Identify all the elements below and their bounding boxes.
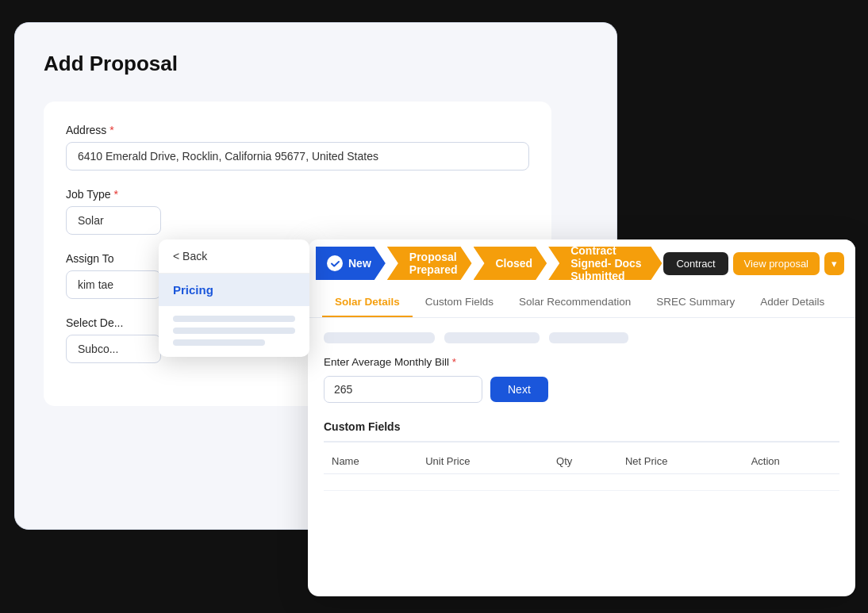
custom-fields-table: Name Unit Price Qty Net Price Action bbox=[324, 449, 839, 491]
cf-table-head: Name Unit Price Qty Net Price Action bbox=[324, 449, 839, 474]
skeleton-block-2 bbox=[444, 332, 540, 343]
proposal-detail-card: New Proposal Prepared Closed Contract Si… bbox=[308, 239, 855, 596]
required-star: * bbox=[109, 124, 113, 136]
job-type-label: Job Type * bbox=[66, 188, 529, 201]
skeleton-row-1 bbox=[324, 332, 839, 343]
custom-fields-title: Custom Fields bbox=[324, 420, 839, 433]
col-name: Name bbox=[324, 449, 417, 474]
address-input[interactable] bbox=[66, 142, 529, 170]
content-area: Enter Average Monthly Bill * Next Custom… bbox=[308, 318, 855, 491]
cf-table-header-row: Name Unit Price Qty Net Price Action bbox=[324, 449, 839, 474]
col-action: Action bbox=[743, 449, 839, 474]
step-contract-label: Contract Signed- Docs Submitted bbox=[570, 244, 647, 282]
cf-table-body bbox=[324, 473, 839, 490]
cell-empty-qty bbox=[548, 473, 617, 490]
monthly-bill-input-row: Next bbox=[324, 376, 839, 403]
address-label: Address * bbox=[66, 124, 529, 136]
dropdown-back-button[interactable]: < Back bbox=[159, 239, 309, 274]
cell-empty-name bbox=[324, 473, 417, 490]
cell-empty-net bbox=[617, 473, 743, 490]
skeleton-block-3 bbox=[549, 332, 628, 343]
step-closed[interactable]: Closed bbox=[474, 247, 547, 280]
address-group: Address * bbox=[66, 124, 529, 170]
step-proposal-label: Proposal Prepared bbox=[409, 251, 458, 276]
step-new-label: New bbox=[348, 257, 371, 270]
step-closed-label: Closed bbox=[496, 257, 533, 270]
step-new-check bbox=[327, 255, 343, 271]
chevron-down-icon: ▾ bbox=[832, 258, 837, 270]
dropdown-line-2 bbox=[173, 328, 295, 334]
dropdown-panel: < Back Pricing bbox=[159, 239, 309, 357]
col-net-price: Net Price bbox=[617, 449, 743, 474]
required-star-2: * bbox=[114, 188, 118, 201]
assign-to-input[interactable] bbox=[66, 270, 161, 299]
monthly-bill-required: * bbox=[452, 356, 456, 368]
dropdown-line-3 bbox=[173, 339, 265, 346]
step-contract-signed[interactable]: Contract Signed- Docs Submitted bbox=[548, 247, 662, 280]
divider bbox=[324, 441, 839, 443]
page-title: Add Proposal bbox=[44, 52, 588, 76]
status-steps: New Proposal Prepared Closed Contract Si… bbox=[308, 239, 663, 287]
tab-srec-summary[interactable]: SREC Summary bbox=[643, 287, 747, 317]
custom-fields-section: Custom Fields Name Unit Price Qty Net Pr… bbox=[324, 420, 839, 491]
tab-adder-details[interactable]: Adder Details bbox=[747, 287, 837, 317]
contract-button[interactable]: Contract bbox=[663, 252, 728, 275]
col-qty: Qty bbox=[548, 449, 617, 474]
status-actions: Contract View proposal ▾ bbox=[663, 252, 855, 275]
monthly-bill-label: Enter Average Monthly Bill * bbox=[324, 356, 839, 368]
monthly-bill-group: Enter Average Monthly Bill * Next bbox=[324, 356, 839, 403]
next-button[interactable]: Next bbox=[490, 377, 548, 402]
job-type-input[interactable] bbox=[66, 206, 161, 235]
select-details-input[interactable] bbox=[66, 335, 161, 363]
status-bar: New Proposal Prepared Closed Contract Si… bbox=[308, 239, 855, 287]
dropdown-line-1 bbox=[173, 316, 295, 322]
table-row bbox=[324, 473, 839, 490]
dropdown-pricing-item[interactable]: Pricing bbox=[159, 274, 309, 306]
job-type-group: Job Type * bbox=[66, 188, 529, 235]
cell-empty-action bbox=[743, 473, 839, 490]
tab-custom-fields[interactable]: Custom Fields bbox=[413, 287, 506, 317]
step-proposal-prepared[interactable]: Proposal Prepared bbox=[387, 247, 472, 280]
chevron-down-button[interactable]: ▾ bbox=[824, 252, 844, 275]
tabs-bar: Solar Details Custom Fields Solar Recomm… bbox=[308, 287, 855, 318]
view-proposal-button[interactable]: View proposal bbox=[733, 252, 820, 275]
dropdown-lines bbox=[159, 306, 309, 357]
tab-solar-recommendation[interactable]: Solar Recommendation bbox=[506, 287, 643, 317]
skeleton-block-1 bbox=[324, 332, 435, 343]
tab-solar-details[interactable]: Solar Details bbox=[322, 287, 413, 317]
col-unit-price: Unit Price bbox=[417, 449, 548, 474]
cell-empty-unit bbox=[417, 473, 548, 490]
step-new[interactable]: New bbox=[316, 247, 386, 280]
monthly-bill-input[interactable] bbox=[324, 376, 482, 403]
